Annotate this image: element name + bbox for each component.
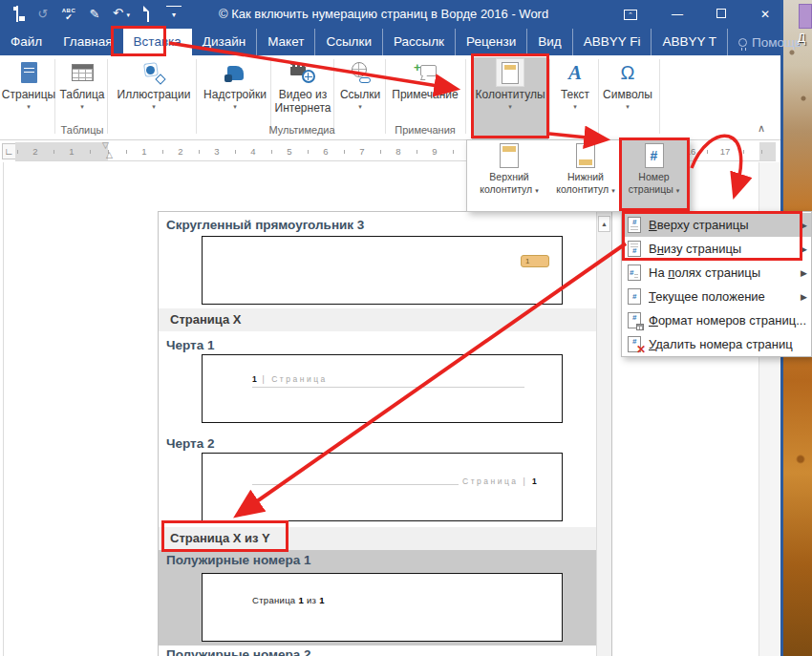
undo-dropdown-caret-icon[interactable]: ▾: [127, 11, 131, 18]
comment-button[interactable]: + Примечание: [388, 57, 462, 101]
page-left-edge: [3, 162, 4, 656]
tab-selector[interactable]: ∟: [2, 143, 16, 159]
rounded-number-badge: 1: [521, 255, 549, 267]
spelling-icon[interactable]: ABC ✔: [61, 8, 76, 21]
ribbon: Страницы ▾ Таблица ▾ Иллюстрации ▾ Надст…: [0, 55, 780, 140]
dropdown-caret-icon: ▾: [233, 102, 237, 111]
close-icon[interactable]: ✕: [756, 8, 775, 21]
menu-item-page-margins[interactable]: # На полях страницы ▶: [622, 261, 811, 285]
dropdown-caret-icon: ▾: [626, 102, 630, 111]
page-margin-number-icon: #: [628, 265, 641, 281]
annotation-box-section-x-of-y: [161, 520, 288, 552]
menu-item-remove-page-numbers[interactable]: #✕ Удалить номера страниц: [622, 332, 811, 356]
maximize-icon[interactable]: [712, 8, 731, 21]
quick-access-toolbar: ↺ ABC ✔ ✎ ↶ ▾ ▾: [10, 0, 182, 29]
menu-item-current-position[interactable]: # Текущее положение ▶: [622, 285, 811, 308]
annotation-box-page-number: [619, 138, 690, 211]
video-globe-icon: [290, 57, 315, 88]
undo-icon[interactable]: ↶ ▾: [113, 6, 130, 23]
annotation-box-insert-tab: [111, 26, 166, 56]
submenu-arrow-icon: ▶: [801, 292, 807, 302]
header-icon: [500, 143, 519, 168]
tab-view[interactable]: Вид: [526, 29, 571, 55]
text-a-icon: A: [568, 57, 582, 88]
window-controls: ⌃ — ✕: [624, 0, 775, 29]
minimize-icon[interactable]: —: [668, 8, 687, 21]
gallery-item-line-2[interactable]: Страница | 1: [202, 453, 563, 521]
omega-icon: Ω: [621, 57, 635, 88]
tab-mailings[interactable]: Рассылк: [382, 29, 455, 55]
dropdown-caret-icon: ▾: [27, 102, 31, 111]
new-document-icon[interactable]: [140, 7, 156, 22]
addin-icon: [227, 57, 244, 88]
dropdown-caret-icon: ▾: [358, 102, 362, 111]
footer-icon: [576, 143, 595, 168]
tab-file[interactable]: Файл: [0, 29, 53, 55]
page-number-gallery: Скругленный прямоугольник 3 1 Страница X…: [158, 211, 612, 656]
table-button[interactable]: Таблица ▾: [57, 57, 107, 111]
gallery-item-label: Черта 1: [166, 338, 214, 352]
tab-abbyy-t[interactable]: ABBYY T: [651, 29, 727, 55]
table-icon: [72, 57, 94, 88]
collapse-ribbon-icon[interactable]: ∧: [758, 122, 765, 135]
save-icon[interactable]: [10, 7, 25, 22]
dropdown-caret-icon: ▾: [611, 187, 615, 194]
tab-design[interactable]: Дизайн: [192, 29, 256, 55]
text-button[interactable]: A Текст ▾: [552, 57, 598, 111]
group-label-tables: Таблицы: [61, 124, 104, 136]
window-title: © Как включить нумерацию страниц в Ворде…: [219, 0, 548, 29]
group-label-media: Мультимедиа: [268, 124, 334, 136]
links-button[interactable]: Ссылки ▾: [336, 57, 384, 111]
pages-button[interactable]: Страницы ▾: [4, 57, 53, 111]
tab-layout[interactable]: Макет: [256, 29, 314, 55]
footer-button[interactable]: Нижний колонтитул▾: [551, 140, 620, 211]
first-line-indent-marker[interactable]: ▽: [102, 141, 109, 150]
gallery-scrollbar[interactable]: ▲: [596, 212, 611, 656]
dropdown-caret-icon: ▾: [535, 187, 539, 194]
hanging-indent-marker[interactable]: △: [106, 151, 113, 159]
tab-abbyy-finereader[interactable]: ABBYY Fi: [572, 29, 652, 55]
dropdown-caret-icon: ▾: [573, 102, 577, 111]
format-page-numbers-icon: #: [628, 312, 641, 328]
screenshot-root: Д ↺ ABC ✔ ✎ ↶ ▾ ▾ © Как включить нумерац…: [0, 0, 812, 656]
ribbon-display-options-icon[interactable]: ⌃: [624, 10, 643, 20]
gallery-item-label: Полужирные номера 1: [166, 553, 310, 567]
illustrations-button[interactable]: Иллюстрации ▾: [111, 57, 197, 111]
comment-plus-icon: +: [414, 57, 437, 88]
gallery-section-page-x: Страница X: [159, 308, 598, 331]
submenu-arrow-icon: ▶: [801, 268, 807, 278]
pages-icon: [21, 57, 37, 88]
header-button[interactable]: Верхний колонтитул▾: [471, 140, 547, 211]
gallery-item-label: Скругленный прямоугольник 3: [166, 218, 364, 232]
ink-edit-icon[interactable]: ✎: [87, 7, 102, 22]
gallery-item-line-1[interactable]: 1 | Страница: [202, 354, 563, 423]
dropdown-caret-icon: ▾: [152, 102, 156, 111]
tab-references[interactable]: Ссылки: [314, 29, 382, 55]
online-video-button[interactable]: Видео из Интернета: [273, 57, 332, 115]
gallery-item-label: Полужирные номера 2: [166, 647, 310, 656]
annotation-box-menu-items: [622, 211, 802, 261]
tab-review[interactable]: Рецензи: [455, 29, 526, 55]
gallery-item-rounded-rect-3[interactable]: 1: [202, 236, 563, 305]
symbols-button[interactable]: Ω Символы ▾: [600, 57, 655, 111]
gallery-item-label: Черта 2: [166, 436, 214, 451]
gallery-item-bold-numbers-1[interactable]: Страница 1 из 1: [202, 573, 563, 642]
title-bar: ↺ ABC ✔ ✎ ↶ ▾ ▾ © Как включить нумерацию…: [0, 0, 780, 29]
shapes-icon: [142, 57, 165, 88]
desktop-shortcut-icon[interactable]: [799, 4, 812, 29]
addins-button[interactable]: Надстройки ▾: [199, 57, 271, 111]
redo-icon[interactable]: ↺: [35, 7, 51, 22]
group-label-comments: Примечания: [395, 124, 456, 136]
dropdown-caret-icon: ▾: [80, 102, 84, 111]
remove-page-numbers-icon: #✕: [628, 336, 641, 352]
current-position-icon: #: [628, 288, 641, 305]
customize-qat-icon[interactable]: ▾: [166, 6, 182, 23]
menu-item-format-page-numbers[interactable]: # Формат номеров страниц...: [622, 308, 811, 332]
tell-me-help[interactable]: Помощь: [727, 29, 812, 55]
lightbulb-icon: [738, 38, 747, 47]
scroll-up-icon[interactable]: ▲: [598, 216, 610, 232]
annotation-box-header-footer: [471, 53, 549, 138]
globe-link-icon: [350, 57, 371, 88]
